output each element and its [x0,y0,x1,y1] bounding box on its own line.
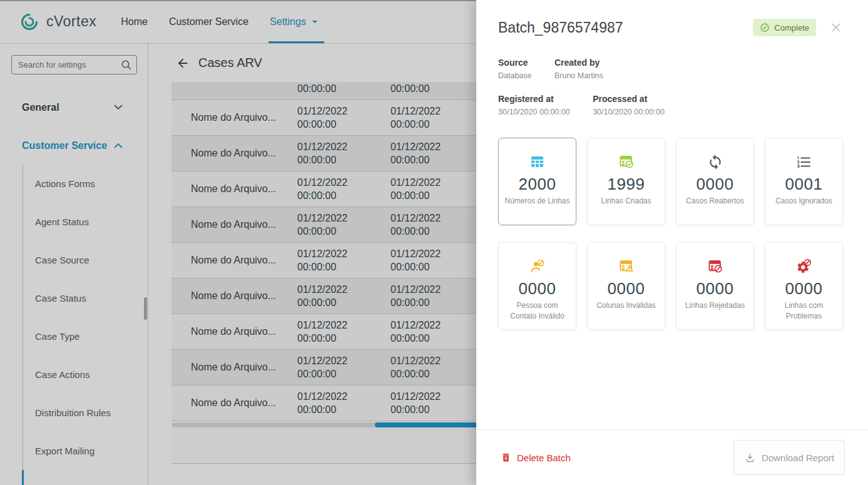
delete-batch-button[interactable]: Delete Batch [501,452,571,463]
batch-title: Batch_9876574987 [498,19,623,36]
stat-card-invalid-columns: 0000 Colunas Inválidas [587,242,665,330]
table-check-icon [618,153,635,170]
batch-detail-drawer: Batch_9876574987 Complete Source Databas… [476,0,868,485]
check-circle-icon [760,23,770,33]
meta-source: Source Database [498,58,532,80]
meta-created-by: Created by Bruno Martins [554,58,603,80]
stat-card-cases-ignored: 0001 Casos Ignorados [765,138,843,225]
table-icon [529,153,546,170]
trash-icon [501,452,511,463]
repeat-icon [707,153,723,170]
stat-card-line-count: 2000 Números de Linhas [498,138,576,225]
person-blocked-icon [529,258,546,275]
status-badge: Complete [753,19,816,36]
drawer-footer: Delete Batch Download Report [476,429,868,485]
table-blocked-icon [707,258,723,275]
meta-registered-at: Registered at 30/10/2020 00:00:00 [498,94,570,116]
download-report-button[interactable]: Download Report [733,440,845,475]
batch-stats-grid: 2000 Números de Linhas 1999 Linhas Criad… [498,138,868,330]
close-icon[interactable] [829,21,843,34]
stat-card-cases-reopened: 0000 Casos Reabertos [676,138,754,225]
table-warning-icon [618,258,635,275]
gear-blocked-icon [795,258,812,275]
stat-card-lines-with-problems: 0000 Linhas com Problemas [765,242,843,330]
meta-processed-at: Processed at 30/10/2020 00:00:00 [593,94,665,116]
app-root: cVortex Home Customer Service Settings [0,0,868,485]
download-icon [744,452,756,464]
stat-card-lines-created: 1999 Linhas Criadas [587,138,665,225]
stat-card-lines-rejected: 0000 Linhas Rejeitadas [676,242,754,330]
numbered-list-icon [796,153,812,170]
stat-card-invalid-contact: 0000 Pessoa com Contato Inválido [498,242,576,330]
